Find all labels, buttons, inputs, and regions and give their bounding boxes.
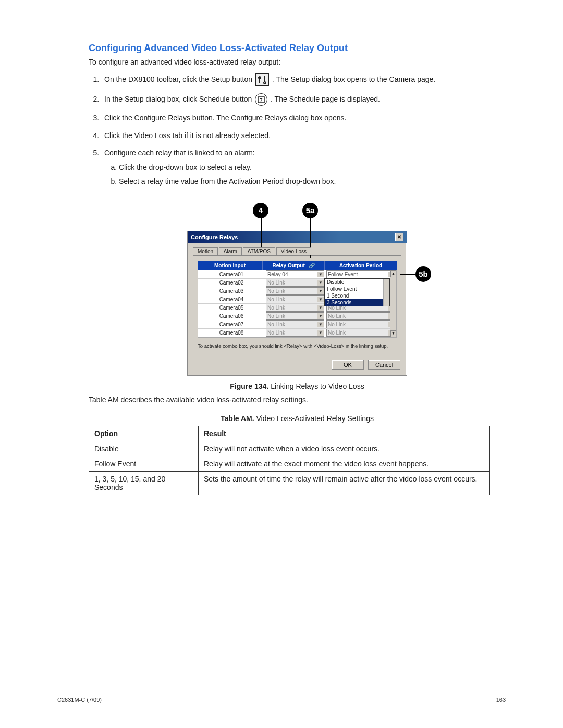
- cell-motion-input: Camera03: [198, 288, 265, 294]
- dialog-titlebar: Configure Relays ✕: [188, 231, 407, 243]
- cell-motion-input: Camera01: [198, 272, 265, 277]
- callout-5b-group: 5b: [400, 266, 431, 282]
- table-row: Camera07No Link▼No Link▼: [198, 320, 396, 329]
- table-intro: Table AM describes the available video l…: [89, 396, 506, 404]
- chevron-down-icon: ▼: [317, 313, 324, 319]
- figure-caption-text: Linking Relays to Video Loss: [268, 382, 364, 390]
- tab-atmpos[interactable]: ATM/POS: [243, 247, 275, 255]
- ok-button[interactable]: OK: [332, 360, 364, 370]
- step-1-text-b: . The Setup dialog box opens to the Came…: [272, 75, 435, 83]
- scroll-up-icon[interactable]: ▲: [390, 270, 396, 277]
- relay-output-select: No Link▼: [266, 320, 324, 328]
- step-5a: Click the drop-down box to select a rela…: [119, 163, 506, 173]
- activation-period-dropdown[interactable]: DisableFollow Event1 Second3 Seconds: [324, 278, 390, 306]
- dialog-tabs: Motion Alarm ATM/POS Video Loss: [193, 247, 401, 255]
- cell-relay-output: No Link▼: [265, 312, 325, 320]
- callout-5a: 5a: [302, 203, 318, 218]
- close-icon[interactable]: ✕: [395, 233, 403, 241]
- setup-icon: [255, 73, 269, 86]
- chevron-down-icon: ▼: [317, 280, 324, 286]
- cell-relay-output: No Link▼: [265, 329, 325, 337]
- step-1-text-a: On the DX8100 toolbar, click the Setup b…: [104, 75, 254, 83]
- grid-body: Camera01Relay 04▼Follow Event▼Camera02No…: [198, 270, 397, 338]
- scroll-down-icon[interactable]: ▼: [390, 330, 396, 337]
- dialog-hint-text: To activate combo box, you should link <…: [198, 343, 397, 349]
- footer-left: C2631M-C (7/09): [57, 697, 102, 703]
- footer-right: 163: [496, 697, 506, 703]
- dropdown-scrollbar[interactable]: [383, 279, 389, 306]
- grid-header: Motion Input Relay Output 🔗 Activation P…: [198, 261, 397, 270]
- dropdown-option[interactable]: Disable: [325, 279, 389, 286]
- step-3: Click the Configure Relays button. The C…: [101, 113, 506, 124]
- link-icon: 🔗: [309, 263, 315, 268]
- table-row: Camera06No Link▼No Link▼: [198, 312, 396, 320]
- figure-134: 4 5a Configure Relays ✕ Motion Alarm ATM…: [185, 203, 409, 376]
- chevron-down-icon[interactable]: ▼: [317, 272, 324, 277]
- col-relay-output-label: Relay Output: [272, 263, 304, 268]
- relay-output-select: No Link▼: [266, 304, 324, 312]
- step-2-text-b: . The Schedule page is displayed.: [271, 95, 380, 103]
- cell-result: Relay will not activate when a video los…: [199, 441, 490, 456]
- callout-5b: 5b: [415, 266, 431, 282]
- tab-video-loss[interactable]: Video Loss: [276, 247, 311, 255]
- table-row: Camera08No Link▼No Link▼: [198, 329, 396, 337]
- dropdown-option[interactable]: 3 Seconds: [325, 299, 389, 306]
- tab-panel-video-loss: Motion Input Relay Output 🔗 Activation P…: [193, 255, 401, 353]
- cell-motion-input: Camera05: [198, 305, 265, 311]
- tab-motion[interactable]: Motion: [193, 247, 218, 255]
- activation-period-select: No Link▼: [326, 312, 395, 320]
- cell-motion-input: Camera04: [198, 297, 265, 302]
- table-row: Follow EventRelay will activate at the e…: [89, 456, 490, 471]
- cell-relay-output: Relay 04▼: [265, 270, 325, 278]
- cell-activation-period: Follow Event▼: [325, 270, 396, 278]
- cell-motion-input: Camera07: [198, 322, 265, 327]
- callout-4: 4: [253, 203, 268, 218]
- activation-period-select: No Link▼: [326, 320, 395, 328]
- step-5b: Select a relay time value from the Activ…: [119, 177, 506, 187]
- dialog-title: Configure Relays: [191, 234, 238, 240]
- activation-period-select[interactable]: Follow Event▼: [326, 270, 395, 278]
- tab-alarm[interactable]: Alarm: [219, 247, 242, 255]
- chevron-down-icon: ▼: [317, 288, 324, 294]
- step-5: Configure each relay that is linked to a…: [101, 148, 506, 187]
- cell-relay-output: No Link▼: [265, 320, 325, 328]
- dropdown-option[interactable]: Follow Event: [325, 286, 389, 292]
- cell-relay-output: No Link▼: [265, 279, 325, 287]
- svg-text:7: 7: [260, 97, 263, 103]
- table-caption: Table AM. Video Loss-Activated Relay Set…: [89, 414, 506, 423]
- col-activation-period: Activation Period: [325, 261, 397, 270]
- intro-text: To configure an advanced video loss-acti…: [89, 58, 506, 66]
- relay-output-select[interactable]: Relay 04▼: [266, 270, 324, 278]
- cell-activation-period: No Link▼: [325, 320, 396, 328]
- cell-relay-output: No Link▼: [265, 304, 325, 312]
- relay-output-select: No Link▼: [266, 287, 324, 295]
- th-result: Result: [199, 426, 490, 441]
- schedule-icon: 7: [255, 93, 267, 106]
- cell-activation-period: No Link▼: [325, 312, 396, 320]
- grid-scrollbar[interactable]: ▲ ▼: [390, 270, 396, 337]
- relay-output-select: No Link▼: [266, 279, 324, 287]
- figure-caption-label: Figure 134.: [230, 382, 268, 390]
- callout-5b-line: [400, 274, 415, 275]
- settings-table: Option Result DisableRelay will not acti…: [89, 426, 490, 495]
- cancel-button[interactable]: Cancel: [368, 360, 400, 370]
- step-4: Click the Video Loss tab if it is not al…: [101, 131, 506, 141]
- cell-activation-period: No Link▼: [325, 329, 396, 337]
- relay-output-select: No Link▼: [266, 312, 324, 320]
- section-heading: Configuring Advanced Video Loss-Activate…: [89, 43, 506, 54]
- cell-option: 1, 3, 5, 10, 15, and 20 Seconds: [89, 471, 199, 495]
- chevron-down-icon: ▼: [317, 305, 324, 311]
- table-caption-text: Video Loss-Activated Relay Settings: [254, 414, 374, 423]
- chevron-down-icon: ▼: [317, 330, 324, 336]
- relay-output-select: No Link▼: [266, 329, 324, 337]
- cell-motion-input: Camera08: [198, 330, 265, 336]
- configure-relays-dialog: Configure Relays ✕ Motion Alarm ATM/POS …: [187, 231, 407, 376]
- relay-output-select: No Link▼: [266, 295, 324, 303]
- chevron-down-icon: ▼: [317, 297, 324, 302]
- cell-result: Sets the amount of time the relay will r…: [199, 471, 490, 495]
- table-row: DisableRelay will not activate when a vi…: [89, 441, 490, 456]
- dropdown-option[interactable]: 1 Second: [325, 292, 389, 299]
- step-2: In the Setup dialog box, click Schedule …: [101, 93, 506, 106]
- activation-period-select: No Link▼: [326, 329, 395, 337]
- cell-option: Disable: [89, 441, 199, 456]
